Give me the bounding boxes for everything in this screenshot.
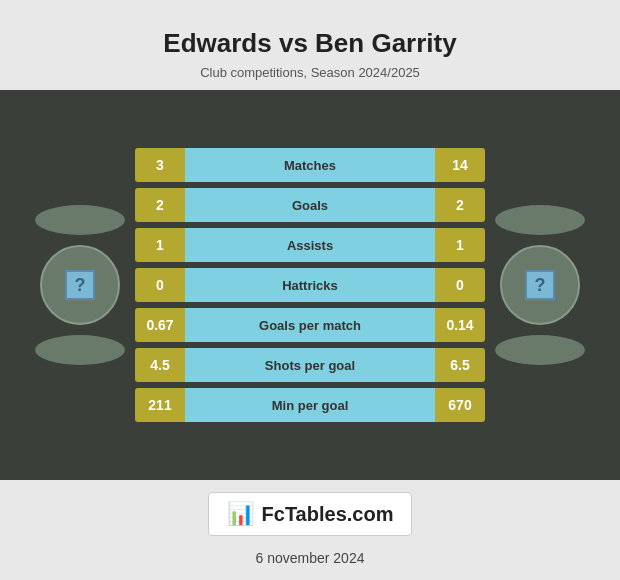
right-avatar-ellipse-bottom <box>495 335 585 365</box>
stat-row-assists: 1Assists1 <box>135 228 485 262</box>
stat-label-4: Goals per match <box>185 308 435 342</box>
logo-section: 📊 FcTables.com <box>0 480 620 544</box>
stat-right-value-3: 0 <box>435 268 485 302</box>
stat-left-value-2: 1 <box>135 228 185 262</box>
left-avatar-circle: ? <box>40 245 120 325</box>
stat-label-2: Assists <box>185 228 435 262</box>
stat-row-shots-per-goal: 4.5Shots per goal6.5 <box>135 348 485 382</box>
page-title: Edwards vs Ben Garrity <box>0 18 620 63</box>
logo-icon: 📊 <box>227 501 254 527</box>
stat-label-0: Matches <box>185 148 435 182</box>
right-avatar-ellipse-top <box>495 205 585 235</box>
stat-right-value-1: 2 <box>435 188 485 222</box>
stat-row-matches: 3Matches14 <box>135 148 485 182</box>
left-avatar-ellipse-bottom <box>35 335 125 365</box>
left-avatar-question-mark: ? <box>65 270 95 300</box>
right-player-avatar-section: ? <box>485 205 595 365</box>
stat-right-value-4: 0.14 <box>435 308 485 342</box>
stat-row-hattricks: 0Hattricks0 <box>135 268 485 302</box>
stat-row-min-per-goal: 211Min per goal670 <box>135 388 485 422</box>
right-avatar-question-mark: ? <box>525 270 555 300</box>
stat-left-value-0: 3 <box>135 148 185 182</box>
stat-left-value-6: 211 <box>135 388 185 422</box>
stat-right-value-2: 1 <box>435 228 485 262</box>
stat-right-value-0: 14 <box>435 148 485 182</box>
stat-row-goals-per-match: 0.67Goals per match0.14 <box>135 308 485 342</box>
stat-row-goals: 2Goals2 <box>135 188 485 222</box>
stat-label-1: Goals <box>185 188 435 222</box>
date-label: 6 november 2024 <box>0 544 620 580</box>
right-avatar-circle: ? <box>500 245 580 325</box>
stats-container: 3Matches142Goals21Assists10Hattricks00.6… <box>135 148 485 422</box>
logo-text: FcTables.com <box>262 503 394 526</box>
stat-left-value-5: 4.5 <box>135 348 185 382</box>
stat-left-value-3: 0 <box>135 268 185 302</box>
stat-label-5: Shots per goal <box>185 348 435 382</box>
subtitle: Club competitions, Season 2024/2025 <box>0 63 620 90</box>
stat-label-6: Min per goal <box>185 388 435 422</box>
stat-left-value-1: 2 <box>135 188 185 222</box>
logo-box: 📊 FcTables.com <box>208 492 413 536</box>
stat-left-value-4: 0.67 <box>135 308 185 342</box>
stat-right-value-6: 670 <box>435 388 485 422</box>
content-area: ? 3Matches142Goals21Assists10Hattricks00… <box>0 90 620 480</box>
stat-right-value-5: 6.5 <box>435 348 485 382</box>
left-player-avatar-section: ? <box>25 205 135 365</box>
left-avatar-ellipse-top <box>35 205 125 235</box>
stat-label-3: Hattricks <box>185 268 435 302</box>
